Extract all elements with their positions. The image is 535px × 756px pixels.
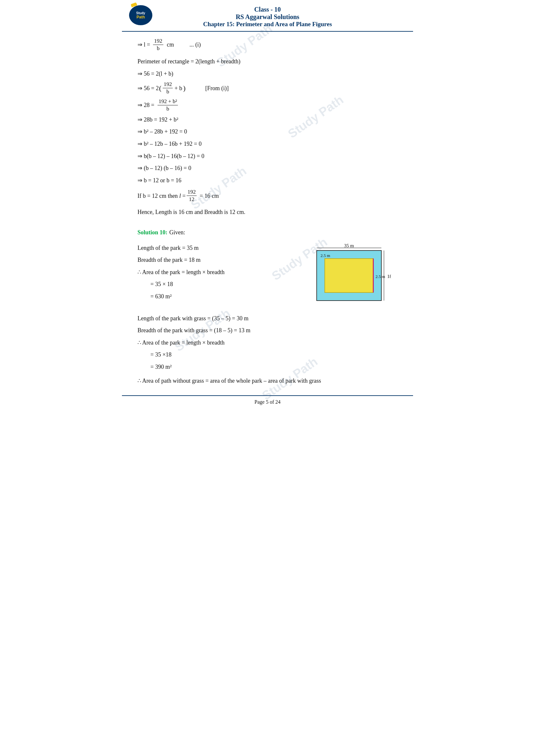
eq-7: ⇒ b² – 28b + 192 = 0 [137,127,187,137]
solution10-label: Solution 10: [137,228,168,237]
diagram-inner-right-label: 2.5 m [376,274,385,279]
perimeter-text: Perimeter of rectangle = 2(length + brea… [137,57,240,67]
frac-num-4: 192 [187,188,197,196]
sol10-line9: = 35 ×18 [151,350,398,360]
math-line-10: ⇒ (b – 12) (b – 16) = 0 [137,163,398,173]
unit-cm: cm [167,40,174,50]
from-i-label: [From (i)] [205,83,228,94]
math-line-8: ⇒ b² – 12b – 16b + 192 = 0 [137,139,398,149]
sol10-grass-length: Length of the park with grass = (35 – 5)… [137,313,248,324]
fraction-192-b2: 192 + b² b [157,98,178,113]
sol10-line3: ∴ Area of the park = length × breadth [137,267,297,277]
sol10-area-formula2: ∴ Area of the park = length × breadth [137,338,224,348]
sol10-area-formula: ∴ Area of the park = length × breadth [137,267,224,277]
eq-8: ⇒ b² – 12b – 16b + 192 = 0 [137,139,202,149]
math-line-5: ⇒ 28 = 192 + b² b [137,98,398,113]
frac-den-1: b [156,45,161,52]
math-line-12: If b = 12 cm then l = 192 12 = 16 cm [137,188,398,203]
logo: Study Path [128,4,154,26]
svg-rect-1 [325,258,373,292]
frac-den-4: 12 [188,196,195,203]
fraction-192-b-2: 192 b [163,81,173,95]
spacer-1 [137,219,398,224]
eq-10: ⇒ (b – 12) (b – 16) = 0 [137,163,191,173]
eq-11: ⇒ b = 12 or b = 16 [137,176,182,185]
frac-num-2: 192 [163,81,173,88]
math-line-3: ⇒ 56 = 2(l + b) [137,69,398,79]
sol10-length: Length of the park = 35 m [137,243,199,253]
sol10-line2: Breadth of the park = 18 m [137,255,297,265]
sol10-line5: = 630 m² [151,291,297,302]
math-line-11: ⇒ b = 12 or b = 16 [137,176,398,185]
sol10-line10: = 390 m² [151,362,398,372]
math-line-7: ⇒ b² – 28b + 192 = 0 [137,127,398,137]
eq-5-pre: ⇒ 28 = [137,100,154,110]
math-line-6: ⇒ 28b = 192 + b² [137,115,398,125]
diagram-width-label: 35 m [344,243,354,248]
math-line-1: ⇒ l = 192 b cm ... (i) [137,38,398,52]
sol10-result1: = 630 m² [151,291,172,302]
ref-i: ... (i) [189,40,201,50]
frac-den-3: b [166,105,170,113]
sol10-line4: = 35 × 18 [151,279,297,289]
sol10-path-area: ∴ Area of path without grass = area of t… [137,376,321,386]
logo-path: Path [136,15,145,19]
eq-3: ⇒ 56 = 2(l + b) [137,69,173,79]
class-label: Class - 10 [122,6,413,13]
fraction-192-12: 192 12 [187,188,197,203]
sol10-calc1: = 35 × 18 [151,279,173,289]
sol10-line7: Breadth of the park with grass = (18 – 5… [137,325,398,336]
paren-open: ( [159,82,161,94]
eq-6: ⇒ 28b = 192 + b² [137,115,178,125]
math-line-9: ⇒ b(b – 12) – 16(b – 12) = 0 [137,151,398,161]
park-diagram-container: 35 m 18 m 2.5 m 2.5 m [307,241,398,310]
solution10-heading: Solution 10: Given: [137,228,398,237]
eq-4-mid: + b [174,83,182,94]
page: Study Path Class - 10 RS Aggarwal Soluti… [122,0,413,418]
sol10-line1: Length of the park = 35 m [137,243,297,253]
sol10-line11: ∴ Area of path without grass = area of t… [137,376,398,386]
logo-study: Study [136,11,145,15]
eq-4-pre: ⇒ 56 = 2 [137,83,159,94]
solution10-body: Length of the park = 35 m Breadth of the… [137,241,398,310]
main-content: ⇒ l = 192 b cm ... (i) Perimeter of rect… [122,38,413,386]
eq-12-post: = 16 cm [200,191,219,201]
frac-den-2: b [165,88,170,95]
sol10-breadth: Breadth of the park = 18 m [137,255,201,265]
frac-num-3: 192 + b² [157,98,178,105]
math-line-13: Hence, Length is 16 cm and Breadth is 12… [137,207,398,217]
fraction-192-b: 192 b [153,38,163,52]
math-line-2: Perimeter of rectangle = 2(length + brea… [137,57,398,67]
solution10-given: Given: [169,228,185,237]
sol10-line6: Length of the park with grass = (35 – 5)… [137,313,398,324]
chapter-label: Chapter 15: Perimeter and Area of Plane … [122,21,413,28]
sol10-calc2: = 35 ×18 [151,350,171,360]
sol10-grass-breadth: Breadth of the park with grass = (18 – 5… [137,325,250,336]
page-footer: Page 5 of 24 [122,395,413,405]
diagram-height-label: 18 m [387,274,391,279]
page-number: Page 5 of 24 [255,399,280,405]
page-header: Class - 10 RS Aggarwal Solutions Chapter… [122,0,413,32]
park-diagram-svg: 35 m 18 m 2.5 m 2.5 m [307,241,391,309]
math-line-4: ⇒ 56 = 2 ( 192 b + b ) [From (i)] [137,81,398,95]
solution10-text: Length of the park = 35 m Breadth of the… [137,241,297,304]
frac-num-1: 192 [153,38,163,45]
sol10-result2: = 390 m² [151,362,172,372]
arrow-1: ⇒ l = [137,40,150,50]
eq-9: ⇒ b(b – 12) – 16(b – 12) = 0 [137,151,205,161]
paren-close: ) [183,82,185,94]
sol10-line8: ∴ Area of the park = length × breadth [137,338,398,348]
hence-text: Hence, Length is 16 cm and Breadth is 12… [137,207,245,217]
diagram-inner-top-label: 2.5 m [321,253,330,258]
eq-12-pre: If b = 12 cm then l = [137,191,186,201]
rs-label: RS Aggarwal Solutions [122,13,413,21]
